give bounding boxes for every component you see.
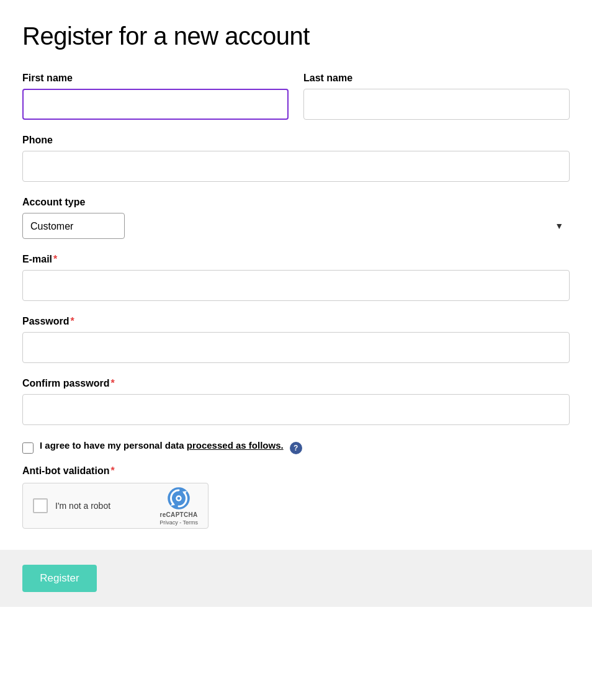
email-label: E-mail* xyxy=(22,254,570,265)
account-type-select[interactable]: Customer Business Admin xyxy=(22,213,125,239)
terms-label[interactable]: I agree to have my personal data process… xyxy=(40,440,284,451)
page-title: Register for a new account xyxy=(22,22,570,50)
terms-link[interactable]: processed as follows. xyxy=(187,440,284,451)
footer-bar: Register xyxy=(0,550,592,607)
password-required-star: * xyxy=(71,316,74,326)
recaptcha-links: Privacy - Terms xyxy=(159,519,198,526)
confirm-password-required-star: * xyxy=(110,378,114,388)
recaptcha-text: I'm not a robot xyxy=(55,501,152,511)
recaptcha-widget[interactable]: I'm not a robot reCAPTCHA Privacy - Term… xyxy=(22,483,209,529)
anti-bot-label: Anti-bot validation* xyxy=(22,465,570,477)
recaptcha-checkbox[interactable] xyxy=(33,498,48,513)
recaptcha-logo: reCAPTCHA Privacy - Terms xyxy=(159,487,198,526)
email-required-star: * xyxy=(53,254,57,264)
last-name-input[interactable] xyxy=(303,89,570,120)
terms-row: I agree to have my personal data process… xyxy=(22,440,570,455)
terms-checkbox[interactable] xyxy=(22,442,34,454)
confirm-password-label: Confirm password* xyxy=(22,378,570,389)
chevron-down-icon: ▼ xyxy=(555,221,563,231)
recaptcha-brand: reCAPTCHA xyxy=(160,511,198,518)
password-input[interactable] xyxy=(22,332,570,363)
first-name-input[interactable] xyxy=(22,89,289,120)
account-type-wrapper: Customer Business Admin ▼ xyxy=(22,213,570,239)
anti-bot-required-star: * xyxy=(110,465,114,476)
recaptcha-icon xyxy=(167,487,191,510)
confirm-password-input[interactable] xyxy=(22,394,570,425)
password-label: Password* xyxy=(22,316,570,327)
help-icon[interactable]: ? xyxy=(290,442,302,454)
last-name-label: Last name xyxy=(303,73,570,84)
email-input[interactable] xyxy=(22,270,570,301)
account-type-label: Account type xyxy=(22,197,570,208)
svg-point-4 xyxy=(177,496,181,500)
phone-label: Phone xyxy=(22,135,570,146)
first-name-label: First name xyxy=(22,73,289,84)
phone-input[interactable] xyxy=(22,151,570,182)
register-button[interactable]: Register xyxy=(22,565,97,592)
